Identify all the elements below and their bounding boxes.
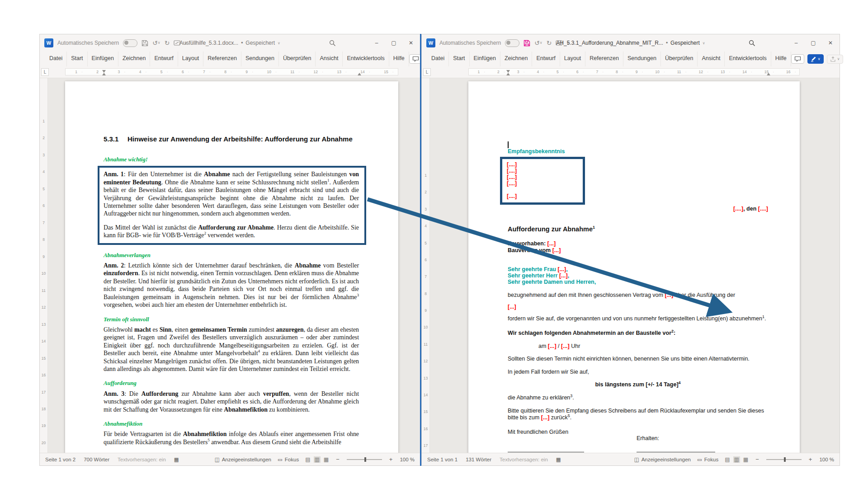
doc-heading[interactable]: 5.3.1 Hinweise zur Anwendung der Arbeits… <box>104 135 359 143</box>
doc-label[interactable]: Abnahmeverlangen <box>104 252 359 259</box>
letter-line[interactable]: fordern wir Sie auf, die vorgenannten un… <box>508 315 768 322</box>
letter-line[interactable]: Sehr geehrter Herr [...], <box>508 272 768 279</box>
ribbon-tab[interactable]: Zeichnen <box>118 52 150 66</box>
saved-chevron-icon[interactable]: ∨ <box>703 41 705 45</box>
hanging-indent-marker[interactable] <box>506 73 510 75</box>
doc-label[interactable]: Aufforderung <box>104 380 359 387</box>
hanging-indent-marker[interactable] <box>102 73 106 75</box>
letter-line[interactable]: Wir schlagen folgenden Abnahmetermin an … <box>508 330 768 337</box>
letter-line[interactable]: bis längstens zum [+/- 14 Tage]4 <box>508 381 768 388</box>
word-count[interactable]: 131 Wörter <box>466 457 491 462</box>
letter-line[interactable]: Sehr geehrte Frau [...], <box>508 266 768 273</box>
ribbon-tab[interactable]: Überprüfen <box>661 52 698 66</box>
right-indent-marker[interactable] <box>767 73 770 75</box>
letter-line[interactable]: Mit freundlichen Grüßen <box>508 429 768 436</box>
tab-stop-selector[interactable]: L <box>423 68 431 76</box>
ribbon-tab[interactable]: Hilfe <box>389 52 409 66</box>
doc-label[interactable]: Abnahme wichtig! <box>104 156 359 164</box>
letter-line[interactable]: Erhalten: <box>637 435 659 442</box>
doc-paragraph[interactable]: Gleichwohl macht es Sinn, einen gemeinsa… <box>104 326 359 373</box>
document-title-area[interactable]: AH_5.3.1_Aufforderung_Abnahme_MIT_R... •… <box>556 40 705 46</box>
ribbon-tab[interactable]: Entwurf <box>150 52 178 66</box>
display-settings-button[interactable]: ◫Anzeigeeinstellungen <box>215 456 271 463</box>
zoom-in-button[interactable]: + <box>388 456 394 463</box>
macro-record-icon[interactable]: ▦ <box>556 456 561 463</box>
minimize-button[interactable]: – <box>372 40 381 46</box>
save-icon[interactable] <box>142 40 148 47</box>
ribbon-tab[interactable]: Ansicht <box>698 52 725 66</box>
letter-line[interactable]: [...] <box>508 304 768 310</box>
saved-status[interactable]: Gespeichert <box>670 40 700 46</box>
saved-chevron-icon[interactable]: ∨ <box>278 41 280 45</box>
doc-label[interactable]: Termin oft sinnvoll <box>104 316 359 324</box>
right-indent-marker[interactable] <box>358 73 361 75</box>
redo-icon[interactable]: ↻ <box>165 40 170 46</box>
ribbon-tab[interactable]: Entwicklertools <box>725 52 771 66</box>
save-icon[interactable] <box>524 40 530 47</box>
receipt-box[interactable]: [....][....][....][....] [....] <box>500 157 585 205</box>
search-icon[interactable] <box>329 40 336 47</box>
ruler-row-left[interactable]: L 123456789101112131415 <box>40 66 420 78</box>
read-mode-icon[interactable]: ▤ <box>305 456 310 463</box>
zoom-slider[interactable] <box>766 459 802 460</box>
ribbon-tab[interactable]: Einfügen <box>470 52 500 66</box>
print-layout-icon[interactable]: ▥ <box>733 456 740 463</box>
placeholder-line[interactable]: [....] <box>507 174 583 180</box>
highlight-box[interactable]: Anm. 1: Für den Unternehmer ist die Abna… <box>98 166 366 244</box>
letter-line[interactable]: Bauvorhaben: [...] <box>508 240 768 247</box>
macro-record-icon[interactable]: ▦ <box>174 456 179 463</box>
word-count[interactable]: 700 Wörter <box>84 457 109 462</box>
ribbon-tab[interactable]: Ansicht <box>316 52 343 66</box>
page-indicator[interactable]: Seite 1 von 2 <box>45 457 75 462</box>
document-page[interactable]: 5.3.1 Hinweise zur Anwendung der Arbeits… <box>65 81 398 453</box>
focus-mode-button[interactable]: ▭Fokus <box>697 456 718 463</box>
text-predictions[interactable]: Textvorhersagen: ein <box>500 457 548 462</box>
web-layout-icon[interactable]: ▦ <box>743 456 748 463</box>
ribbon-tab[interactable]: Start <box>67 52 87 66</box>
undo-icon[interactable]: ↺∨ <box>534 40 542 46</box>
undo-icon[interactable]: ↺∨ <box>152 40 160 46</box>
vertical-ruler[interactable]: 1234567891011121314151617181920 <box>40 78 48 453</box>
letter-line[interactable]: Bauvertrag vom [...] <box>508 247 768 254</box>
horizontal-ruler[interactable]: 123456789101112131415 <box>65 68 398 75</box>
placeholder-line[interactable]: [....] <box>507 193 583 199</box>
letter-line[interactable]: die Abnahme zu erklären3. <box>508 394 768 401</box>
maximize-button[interactable]: ▢ <box>389 40 398 46</box>
document-title-area[interactable]: Ausfüllhilfe_5.3.1.docx... • Gespeichert… <box>179 40 280 46</box>
placeholder-line[interactable]: [....] <box>507 180 583 187</box>
ribbon-tab[interactable]: Datei <box>427 52 449 66</box>
tab-stop-selector[interactable]: L <box>41 68 49 76</box>
doc-paragraph[interactable]: Das Mittel der Wahl ist zunächst die Auf… <box>104 224 359 239</box>
autosave-toggle[interactable] <box>123 39 137 47</box>
document-title[interactable]: AH_5.3.1_Aufforderung_Abnahme_MIT_R... <box>556 40 663 46</box>
doc-paragraph[interactable]: Für beide Vertragsarten ist die Abnahmef… <box>104 430 359 446</box>
horizontal-ruler[interactable]: 12345678910111213141516 <box>468 68 800 75</box>
document-area-left[interactable]: 1234567891011121314151617181920 5.3.1 Hi… <box>40 78 420 453</box>
ribbon-tab[interactable]: Zeichnen <box>500 52 532 66</box>
ribbon-tab[interactable]: Entwicklertools <box>343 52 389 66</box>
print-layout-icon[interactable]: ▥ <box>314 456 321 463</box>
ribbon-tab[interactable]: Start <box>449 52 469 66</box>
letter-line[interactable]: Sollten Sie diesen Termin nicht einricht… <box>508 356 768 362</box>
comments-button[interactable] <box>791 54 804 64</box>
ruler-row-right[interactable]: L 12345678910111213141516 <box>422 66 840 78</box>
close-button[interactable]: ✕ <box>826 40 835 46</box>
zoom-out-button[interactable]: − <box>755 456 760 463</box>
read-mode-icon[interactable]: ▤ <box>725 456 730 463</box>
zoom-in-button[interactable]: + <box>808 456 813 463</box>
ribbon-tab[interactable]: Referenzen <box>585 52 623 66</box>
ribbon-tab[interactable]: Sendungen <box>623 52 661 66</box>
maximize-button[interactable]: ▢ <box>809 40 818 46</box>
zoom-level[interactable]: 100 % <box>400 457 415 462</box>
redo-icon[interactable]: ↻ <box>547 40 552 46</box>
ribbon-tab[interactable]: Datei <box>45 52 67 66</box>
close-button[interactable]: ✕ <box>406 40 415 46</box>
placeholder-line[interactable]: [....] <box>507 161 583 168</box>
letter-line[interactable]: Bitte quittieren Sie den Empfang dieses … <box>508 408 768 421</box>
receipt-heading[interactable]: Empfangsbekenntnis <box>508 148 768 155</box>
doc-paragraph[interactable]: Anm. 3: Die Aufforderung zur Abnahme kan… <box>104 390 359 413</box>
ribbon-tab[interactable]: Einfügen <box>88 52 118 66</box>
placeholder-line[interactable]: [....] <box>507 168 583 174</box>
doc-label[interactable]: Abnahmefiktion <box>104 420 359 428</box>
word-app-icon[interactable]: W <box>44 38 53 47</box>
